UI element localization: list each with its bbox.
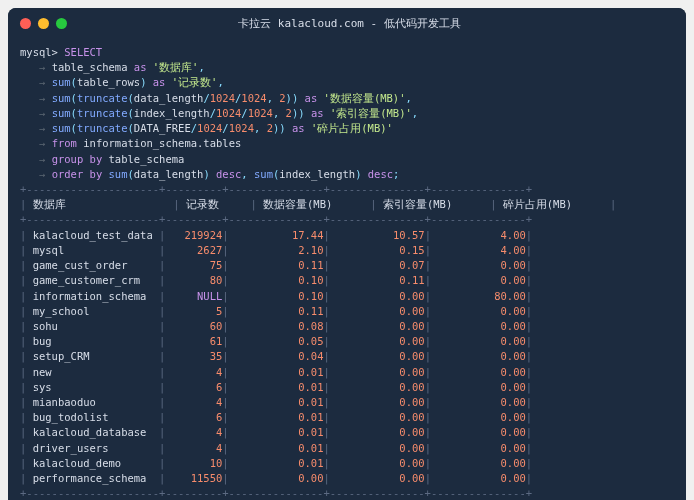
- terminal-window: 卡拉云 kalacloud.com - 低代码开发工具 mysql> SELEC…: [8, 8, 686, 500]
- prompt: mysql>: [20, 46, 58, 58]
- titlebar: 卡拉云 kalacloud.com - 低代码开发工具: [8, 8, 686, 39]
- terminal-body[interactable]: mysql> SELECT → table_schema as '数据库', →…: [8, 39, 686, 500]
- window-title: 卡拉云 kalacloud.com - 低代码开发工具: [25, 16, 674, 31]
- result-table: +---------------------+---------+-------…: [20, 183, 616, 499]
